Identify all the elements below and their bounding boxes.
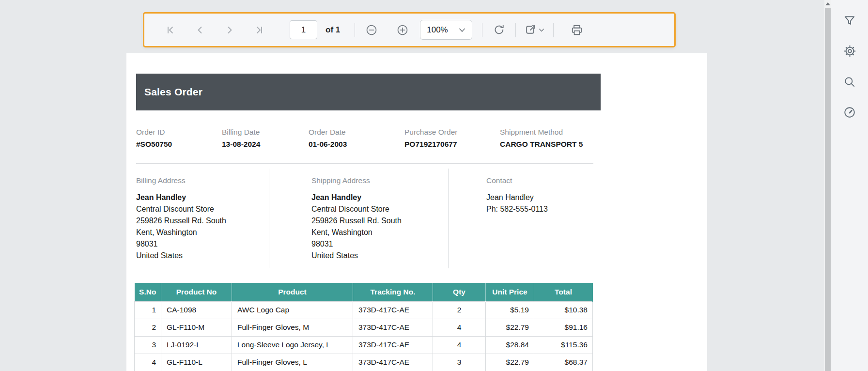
settings-button[interactable] — [842, 45, 857, 59]
cell-tracking: 373D-417C-AE — [353, 336, 433, 354]
zoom-level-value: 100% — [427, 25, 448, 35]
field-value: 01-06-2003 — [309, 140, 404, 149]
zoom-in-icon — [396, 24, 409, 36]
zoom-level-dropdown[interactable]: 100% — [420, 20, 472, 40]
cell-qty: 2 — [433, 301, 486, 319]
field-label: Purchase Order — [404, 128, 500, 137]
cell-sno: 1 — [135, 301, 161, 319]
print-icon — [571, 24, 583, 36]
table-row: 2 GL-F110-M Full-Finger Gloves, M 373D-4… — [135, 319, 593, 336]
table-header-row: S.No Product No Product Tracking No. Qty… — [135, 283, 593, 301]
field-value: PO7192170677 — [404, 140, 500, 149]
column-header-total: Total — [534, 283, 593, 301]
shipping-name: Jean Handley — [311, 192, 448, 203]
field-label: Order Date — [309, 128, 404, 137]
shipping-line: Central Discount Store — [311, 203, 448, 215]
cell-product: Long-Sleeve Logo Jersey, L — [232, 336, 353, 354]
vertical-scrollbar[interactable] — [824, 0, 831, 371]
print-button[interactable] — [567, 20, 587, 40]
cell-product-no: CA-1098 — [161, 301, 232, 319]
cell-tracking: 373D-417C-AE — [353, 301, 433, 319]
order-field: Shippment Method CARGO TRANSPORT 5 — [500, 128, 601, 149]
report-title-bar: Sales Order — [136, 74, 601, 110]
side-panel — [831, 0, 868, 371]
refresh-icon — [493, 24, 505, 36]
cell-tracking: 373D-417C-AE — [353, 354, 433, 371]
cell-qty: 4 — [433, 336, 486, 354]
field-label: Shippment Method — [500, 128, 601, 137]
order-field: Billing Date 13-08-2024 — [222, 128, 309, 149]
column-header-qty: Qty — [433, 283, 486, 301]
previous-page-button[interactable] — [190, 20, 210, 40]
order-field: Order ID #SO50750 — [136, 128, 222, 149]
viewer-toolbar: of 1 100% — [143, 12, 676, 47]
billing-line: United States — [136, 250, 269, 262]
order-info-section: Order ID #SO50750 Billing Date 13-08-202… — [136, 128, 601, 149]
billing-address-label: Billing Address — [136, 176, 269, 185]
order-field: Purchase Order PO7192170677 — [404, 128, 500, 149]
cell-qty: 4 — [433, 319, 486, 336]
scroll-up-arrow[interactable] — [824, 0, 831, 8]
column-header-product: Product — [232, 283, 353, 301]
column-header-sno: S.No — [135, 283, 161, 301]
field-value: CARGO TRANSPORT 5 — [500, 140, 601, 149]
refresh-button[interactable] — [489, 20, 509, 40]
column-header-unit-price: Unit Price — [486, 283, 534, 301]
contact-line: Ph: 582-555-0113 — [486, 203, 601, 215]
cell-unit-price: $22.79 — [486, 354, 534, 371]
first-page-button[interactable] — [161, 20, 180, 40]
next-page-button[interactable] — [220, 20, 239, 40]
scrollbar-thumb[interactable] — [825, 8, 831, 371]
billing-line: 259826 Russell Rd. South — [136, 215, 269, 227]
order-items-table: S.No Product No Product Tracking No. Qty… — [134, 283, 593, 371]
search-button[interactable] — [842, 75, 857, 90]
export-icon — [525, 24, 537, 36]
zoom-out-icon — [365, 24, 378, 36]
order-field: Order Date 01-06-2003 — [309, 128, 404, 149]
export-button[interactable] — [523, 20, 546, 40]
cell-sno: 4 — [135, 354, 161, 371]
shipping-line: Kent, Washington — [311, 227, 448, 238]
filter-icon — [843, 15, 856, 29]
column-header-tracking-no: Tracking No. — [353, 283, 433, 301]
page-count-label: of 1 — [326, 25, 340, 35]
cell-qty: 3 — [433, 354, 486, 371]
chevron-down-icon — [459, 27, 465, 33]
addresses-section: Billing Address Jean Handley Central Dis… — [136, 164, 601, 268]
zoom-in-button[interactable] — [393, 20, 412, 40]
cell-total: $115.36 — [534, 336, 593, 354]
performance-button[interactable] — [842, 106, 857, 120]
cell-unit-price: $5.19 — [486, 301, 534, 319]
zoom-out-button[interactable] — [362, 20, 381, 40]
toolbar-divider — [482, 23, 482, 37]
table-row: 4 GL-F110-L Full-Finger Gloves, L 373D-4… — [135, 354, 593, 371]
page-number-input[interactable] — [290, 20, 317, 39]
cell-product: Full-Finger Gloves, M — [232, 319, 353, 336]
field-value: 13-08-2024 — [222, 140, 309, 149]
column-header-product-no: Product No — [161, 283, 232, 301]
shipping-line: 259826 Russell Rd. South — [311, 215, 448, 227]
first-page-icon — [165, 24, 176, 36]
billing-line: Central Discount Store — [136, 203, 269, 215]
gear-icon — [843, 45, 856, 59]
billing-address-block: Billing Address Jean Handley Central Dis… — [136, 169, 269, 268]
gauge-icon — [843, 106, 856, 120]
last-page-button[interactable] — [249, 20, 269, 40]
previous-page-icon — [194, 24, 206, 36]
cell-product: Full-Finger Gloves, L — [232, 354, 353, 371]
cell-product: AWC Logo Cap — [232, 301, 353, 319]
shipping-line: 98031 — [311, 238, 448, 250]
cell-total: $10.38 — [534, 301, 593, 319]
contact-block: Contact Jean Handley Ph: 582-555-0113 — [448, 169, 601, 268]
contact-label: Contact — [486, 176, 601, 185]
table-row: 3 LJ-0192-L Long-Sleeve Logo Jersey, L 3… — [135, 336, 593, 354]
cell-sno: 3 — [135, 336, 161, 354]
field-label: Billing Date — [222, 128, 309, 137]
filter-button[interactable] — [842, 14, 857, 29]
toolbar-divider — [355, 23, 355, 37]
field-label: Order ID — [136, 128, 222, 137]
cell-product-no: GL-F110-L — [161, 354, 232, 371]
toolbar-divider — [553, 23, 554, 37]
billing-line: 98031 — [136, 238, 269, 250]
shipping-line: United States — [311, 250, 448, 262]
